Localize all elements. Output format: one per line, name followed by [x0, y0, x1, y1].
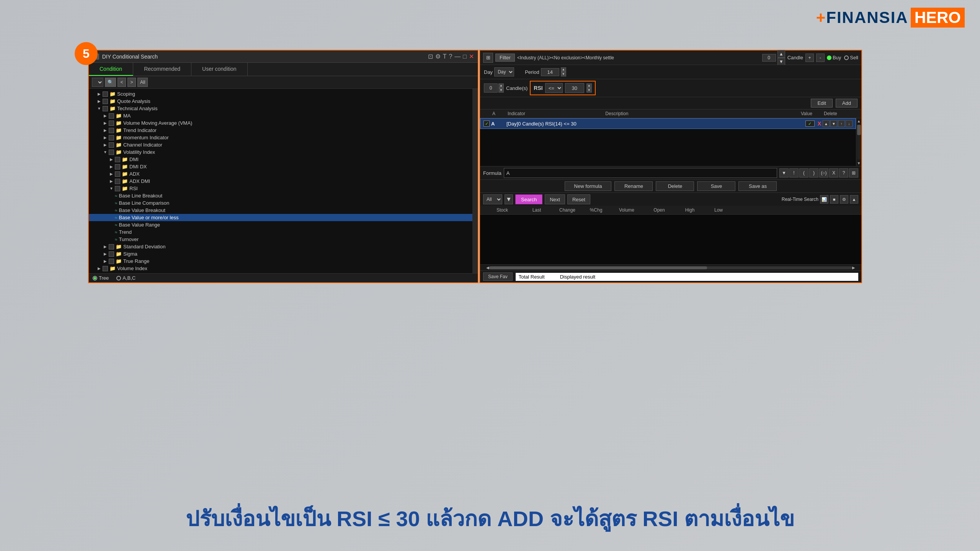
all-dropdown[interactable]: All [483, 194, 502, 204]
save-button[interactable]: Save [697, 181, 735, 191]
tree-item-baseline-comparison[interactable]: ≈ Base Line Comparison [89, 199, 472, 207]
next-button[interactable]: > [127, 78, 136, 87]
tree-item-momentum[interactable]: ▶ 📁 momentum Indicator [89, 134, 472, 141]
checkbox-technical[interactable] [103, 106, 108, 111]
checkbox-trend[interactable] [109, 128, 114, 133]
checkbox-ma[interactable] [109, 113, 114, 119]
radio-tree[interactable]: Tree [93, 275, 109, 281]
h-scrollbar[interactable]: ◀ ▶ [480, 264, 861, 271]
search-active-button[interactable]: Search [515, 194, 542, 204]
formula-down-btn[interactable]: ▼ [779, 168, 789, 178]
tree-item-trend[interactable]: ▶ 📁 Trend Indicator [89, 127, 472, 134]
checkbox-scoping[interactable] [103, 91, 108, 97]
checkbox-adx-dmi[interactable] [115, 179, 120, 184]
formula-paren-open-btn[interactable]: ( [799, 168, 808, 178]
realtime-stop-icon[interactable]: ■ [830, 195, 838, 204]
condition-value-input[interactable] [565, 83, 584, 93]
maximize-icon[interactable]: ⊡ [428, 53, 433, 60]
tree-item-scoping[interactable]: ▶ 📁 Scoping [89, 90, 472, 98]
checkbox-sigma[interactable] [109, 251, 114, 257]
formula-x-btn[interactable]: X [829, 168, 838, 178]
candle-plus-btn[interactable]: + [805, 54, 814, 62]
row-arrow-bottom-btn[interactable]: ↓ [846, 120, 853, 127]
formula-parens-btn[interactable]: (○) [819, 168, 828, 178]
row-checkbox[interactable] [483, 121, 490, 127]
tree-item-volumeindex[interactable]: ▶ 📁 Volume Index [89, 265, 472, 272]
realtime-expand-icon[interactable]: ▲ [850, 195, 858, 204]
rsi-candle-down[interactable]: ▼ [498, 88, 504, 93]
checkbox-stddev[interactable] [109, 244, 114, 249]
tree-item-baseline-breakout[interactable]: ≈ Base Line Breakout [89, 192, 472, 199]
row-arrow-top-btn[interactable]: ↑ [838, 120, 845, 127]
period-input[interactable] [541, 68, 559, 76]
candle-up-btn[interactable]: ▲ [777, 50, 785, 58]
checkbox-truerange[interactable] [109, 259, 114, 264]
checkbox-vma[interactable] [109, 121, 114, 126]
tree-item-channel[interactable]: ▶ 📁 Channel Indicator [89, 141, 472, 148]
tab-recommended[interactable]: Recommended [133, 63, 191, 76]
checkbox-momentum[interactable] [109, 135, 114, 140]
reset-button[interactable]: Reset [567, 194, 590, 204]
row-x-button[interactable]: X [818, 121, 821, 127]
scroll-up-arrow[interactable]: ▲ [856, 118, 861, 124]
day-select[interactable]: Day [494, 67, 514, 77]
tree-item-basevalue-range[interactable]: ≈ Base Value Range [89, 221, 472, 228]
all-button[interactable]: All [137, 78, 148, 87]
h-scroll-left-arrow[interactable]: ◀ [486, 266, 489, 270]
search-dropdown[interactable] [92, 78, 103, 87]
tree-item-truerange[interactable]: ▶ 📁 True Range [89, 258, 472, 265]
scroll-down-arrow[interactable]: ▼ [856, 160, 861, 166]
next-nav-button[interactable]: Next [545, 194, 565, 204]
checkbox-volatility[interactable] [109, 150, 114, 155]
tab-condition[interactable]: Condition [89, 63, 133, 76]
close-icon[interactable]: ✕ [469, 53, 474, 60]
period-up-btn[interactable]: ▲ [561, 67, 566, 72]
edit-button[interactable]: Edit [811, 99, 832, 108]
tree-item-dmi[interactable]: ▶ 📁 DMI [89, 156, 472, 163]
restore-icon[interactable]: □ [463, 53, 467, 60]
formula-exclaim-btn[interactable]: ! [789, 168, 799, 178]
row-value-check[interactable] [805, 121, 815, 127]
formula-input[interactable] [504, 168, 777, 178]
tree-item-basevalue-more-less[interactable]: ≈ Base Value or more/or less [89, 214, 472, 221]
save-fav-button[interactable]: Save Fav [483, 272, 513, 281]
tree-item-volatility[interactable]: ▼ 📁 Volatility Index [89, 148, 472, 156]
grid-icon-btn[interactable]: ⊞ [483, 53, 493, 63]
row-arrow-down-btn[interactable]: ▼ [830, 120, 837, 127]
rsi-candle-input[interactable] [484, 83, 498, 93]
tree-item-ma[interactable]: ▶ 📁 MA [89, 112, 472, 119]
period-down-btn[interactable]: ▼ [561, 72, 566, 77]
tree-item-quote[interactable]: ▶ 📁 Quote Analysis [89, 98, 472, 105]
tree-item-dmi-dx[interactable]: ▶ 📁 DMI DX [89, 163, 472, 170]
save-as-button[interactable]: Save as [738, 181, 777, 191]
candle-count-input[interactable] [762, 54, 776, 62]
tree-item-stddev[interactable]: ▶ 📁 Standard Deviation [89, 243, 472, 250]
checkbox-quote[interactable] [103, 99, 108, 104]
tree-item-rsi[interactable]: ▼ 📁 RSI [89, 185, 472, 192]
radio-buy[interactable]: Buy [827, 55, 841, 60]
tree-item-technical[interactable]: ▼ 📁 Technical Analysis [89, 105, 472, 112]
h-scroll-right-arrow[interactable]: ▶ [852, 266, 855, 270]
indicator-row[interactable]: A [Day]0 Candle(s) RSI(14) <= 30 X ▲ ▼ ↑… [480, 118, 856, 129]
formula-q-btn[interactable]: ? [839, 168, 848, 178]
formula-paren-close-btn[interactable]: ) [809, 168, 818, 178]
checkbox-dmi[interactable] [115, 157, 120, 162]
tree-scrollbar[interactable] [472, 89, 478, 273]
search-button[interactable]: 🔍 [105, 78, 116, 87]
radio-abc[interactable]: A,B,C [116, 275, 136, 281]
delete-button[interactable]: Delete [656, 181, 694, 191]
candle-minus-btn[interactable]: - [816, 54, 825, 62]
prev-button[interactable]: < [118, 78, 126, 87]
tree-item-trend-file[interactable]: ≈ Trend [89, 228, 472, 236]
tree-item-adx-dmi[interactable]: ▶ 📁 ADX DMI [89, 178, 472, 185]
condition-operator-select[interactable]: <= >= < > = [545, 83, 563, 93]
tree-item-basevalue-breakout[interactable]: ≈ Base Value Breakout [89, 207, 472, 214]
text-icon[interactable]: T [443, 53, 447, 60]
rp-vertical-scrollbar[interactable]: ▲ ▼ [856, 118, 861, 166]
formula-extra-btn[interactable]: ⊞ [849, 168, 858, 178]
minimize-icon[interactable]: — [454, 53, 461, 60]
settings-icon[interactable]: ⚙ [435, 53, 441, 60]
value-down-btn[interactable]: ▼ [586, 88, 592, 93]
checkbox-channel[interactable] [109, 142, 114, 148]
dropdown-arrow[interactable]: ▼ [505, 194, 513, 204]
